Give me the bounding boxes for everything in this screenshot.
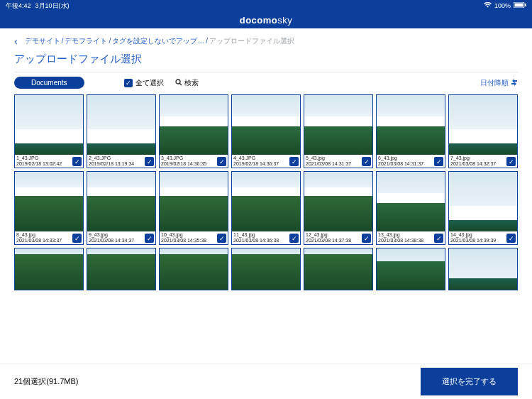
thumbnail: [304, 172, 372, 231]
thumbnail: [304, 95, 372, 155]
file-cell[interactable]: 10_43.jpg2021/03/08 14:35:38✓: [159, 171, 228, 245]
file-cell[interactable]: 4_43.JPG2019/02/18 14:36:37✓: [231, 94, 301, 168]
select-all-toggle[interactable]: ✓ 全て選択: [124, 78, 164, 88]
swap-icon: [511, 79, 518, 87]
selection-checkbox[interactable]: ✓: [289, 234, 299, 243]
selection-summary: 21個選択(91.7MB): [14, 376, 78, 387]
documents-button[interactable]: Documents: [14, 77, 84, 89]
file-grid: 1_43.JPG2019/02/18 13:02:42✓2_43.JPG2019…: [14, 94, 518, 290]
sort-dropdown[interactable]: 日付降順: [480, 78, 518, 88]
search-label: 検索: [184, 78, 199, 88]
svg-point-3: [176, 80, 180, 84]
brand-docomo: docomo: [240, 15, 278, 26]
breadcrumb-link[interactable]: デモフライト: [65, 37, 107, 45]
file-cell[interactable]: 9_43.jpg2021/03/08 14:34:37✓: [87, 171, 156, 245]
thumbnail: [377, 172, 445, 231]
thumbnail: [15, 172, 83, 231]
selection-checkbox[interactable]: ✓: [145, 157, 154, 166]
file-cell[interactable]: 7_43.jpg2021/03/08 14:32:37✓: [448, 94, 518, 168]
file-cell[interactable]: 14_43.jpg2021/03/08 14:39:39✓: [448, 171, 518, 245]
file-cell[interactable]: 21_43.jpg✓: [448, 248, 518, 290]
sort-label: 日付降順: [480, 78, 509, 88]
back-button[interactable]: ‹: [14, 35, 18, 47]
svg-line-4: [179, 83, 182, 85]
divider: [14, 72, 518, 72]
thumbnail: [304, 248, 372, 290]
breadcrumb-link[interactable]: デモサイト: [25, 37, 60, 45]
file-cell[interactable]: 5_43.jpg2021/03/08 14:31:37✓: [304, 94, 373, 168]
page-title: アップロードファイル選択: [14, 53, 518, 66]
file-cell[interactable]: 6_43.jpg2021/03/08 14:31:37✓: [376, 94, 445, 168]
selection-checkbox[interactable]: ✓: [434, 157, 443, 166]
complete-selection-button[interactable]: 選択を完了する: [421, 368, 518, 395]
status-bar: 午後4:42 3月10日(水) 100%: [0, 0, 532, 11]
thumbnail: [232, 95, 300, 155]
battery-icon: [514, 2, 526, 9]
selection-checkbox[interactable]: ✓: [506, 234, 516, 243]
select-all-label: 全て選択: [135, 78, 164, 88]
selection-checkbox[interactable]: ✓: [289, 157, 299, 166]
battery-percent: 100%: [494, 2, 511, 9]
thumbnail: [449, 95, 517, 155]
thumbnail: [232, 248, 300, 290]
selection-checkbox[interactable]: ✓: [434, 234, 443, 243]
wifi-icon: [484, 2, 492, 9]
file-cell[interactable]: 20_43.jpg✓: [376, 248, 445, 290]
selection-checkbox[interactable]: ✓: [217, 234, 226, 243]
status-time: 午後4:42: [6, 1, 31, 11]
thumbnail: [87, 95, 155, 155]
thumbnail: [232, 172, 300, 231]
breadcrumb: デモサイト/デモフライト/タグを設定しないでアップ…/アップロードファイル選択: [25, 36, 294, 46]
file-cell[interactable]: 16_43.jpg✓: [87, 248, 156, 290]
file-cell[interactable]: 11_43.jpg2021/03/08 14:36:38✓: [231, 171, 301, 245]
svg-rect-2: [525, 4, 526, 6]
thumbnail: [15, 248, 83, 290]
breadcrumb-current: アップロードファイル選択: [209, 37, 294, 45]
thumbnail: [377, 248, 445, 290]
file-cell[interactable]: 19_43.jpg✓: [304, 248, 373, 290]
toolbar: Documents ✓ 全て選択 検索 日付降順: [14, 77, 518, 89]
thumbnail: [160, 248, 228, 290]
checkbox-icon: ✓: [124, 79, 133, 87]
file-cell[interactable]: 17_43.jpg✓: [159, 248, 228, 290]
thumbnail: [160, 95, 228, 155]
file-cell[interactable]: 2_43.JPG2019/02/18 13:19:34✓: [87, 94, 156, 168]
selection-checkbox[interactable]: ✓: [217, 157, 226, 166]
app-header: docomo sky: [0, 11, 532, 28]
thumbnail: [15, 95, 83, 155]
file-cell[interactable]: 15_43.jpg✓: [14, 248, 84, 290]
footer: 21個選択(91.7MB) 選択を完了する: [0, 364, 532, 399]
file-cell[interactable]: 18_43.jpg✓: [231, 248, 301, 290]
selection-checkbox[interactable]: ✓: [362, 157, 371, 166]
file-cell[interactable]: 3_43.JPG2019/02/18 14:36:35✓: [159, 94, 228, 168]
selection-checkbox[interactable]: ✓: [72, 234, 82, 243]
thumbnail: [449, 172, 517, 231]
selection-checkbox[interactable]: ✓: [72, 157, 82, 166]
breadcrumb-link[interactable]: タグを設定しないでアップ…: [112, 37, 204, 45]
search-button[interactable]: 検索: [175, 78, 199, 88]
thumbnail: [87, 172, 155, 231]
status-date: 3月10日(水): [35, 1, 70, 11]
selection-checkbox[interactable]: ✓: [506, 157, 516, 166]
thumbnail: [377, 95, 445, 155]
thumbnail: [160, 172, 228, 231]
svg-rect-1: [515, 4, 523, 7]
file-cell[interactable]: 8_43.jpg2021/03/08 14:33:37✓: [14, 171, 84, 245]
file-cell[interactable]: 13_43.jpg2021/03/08 14:38:38✓: [376, 171, 445, 245]
thumbnail: [87, 248, 155, 290]
file-cell[interactable]: 1_43.JPG2019/02/18 13:02:42✓: [14, 94, 84, 168]
search-icon: [175, 79, 182, 87]
brand-sky: sky: [277, 15, 292, 26]
file-cell[interactable]: 12_43.jpg2021/03/08 14:37:38✓: [304, 171, 373, 245]
selection-checkbox[interactable]: ✓: [145, 234, 154, 243]
thumbnail: [449, 248, 517, 290]
selection-checkbox[interactable]: ✓: [362, 234, 371, 243]
